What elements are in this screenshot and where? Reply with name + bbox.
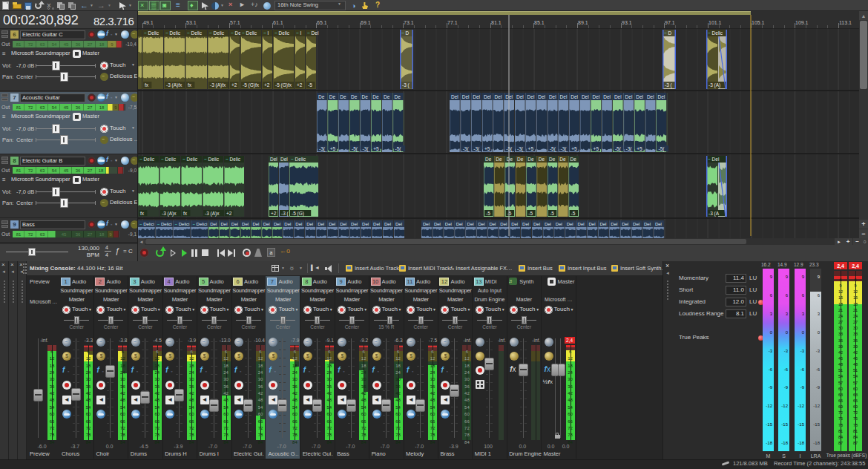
- svg-text:De: De: [517, 157, 524, 162]
- svg-text:-3 (A)fx: -3 (A)fx: [166, 82, 183, 88]
- svg-text:Del: Del: [284, 222, 291, 226]
- svg-text:+2: +2: [264, 82, 270, 88]
- svg-text:Del: Del: [318, 222, 324, 226]
- svg-text:-3(: -3(: [626, 146, 633, 152]
- svg-text:De: De: [395, 94, 401, 99]
- svg-text:-5: -5: [486, 211, 490, 216]
- svg-text:-3(: -3(: [463, 146, 470, 152]
- svg-text:~ I: ~ I: [296, 30, 302, 36]
- svg-text:+5: +5: [594, 146, 599, 151]
- svg-text:Del: Del: [599, 222, 606, 226]
- svg-text:~ Delic: ~ Delic: [161, 157, 177, 162]
- svg-text:Del: Del: [351, 222, 358, 226]
- svg-text:+5: +5: [528, 146, 534, 151]
- svg-text:-3 (A: -3 (A: [708, 211, 720, 217]
- svg-text:Del: Del: [384, 222, 391, 226]
- svg-text:Del: Del: [658, 94, 665, 99]
- svg-text:Del: Del: [614, 94, 622, 99]
- svg-text:Del: Del: [625, 94, 633, 99]
- svg-text:Del: Del: [423, 222, 430, 226]
- svg-text:Del: Del: [373, 222, 380, 226]
- svg-text:Del: Del: [545, 222, 551, 226]
- svg-text:~ Del: ~ Del: [307, 30, 319, 36]
- svg-text:De: De: [527, 157, 534, 162]
- svg-text:Del: Del: [511, 222, 518, 226]
- svg-text:Del: Del: [633, 222, 640, 226]
- svg-text:Del: Del: [329, 222, 335, 226]
- svg-text:fx: fx: [140, 211, 145, 216]
- svg-text:-5(: -5(: [352, 146, 358, 152]
- svg-text:Del: Del: [611, 222, 617, 226]
- svg-text:De: De: [549, 157, 556, 162]
- svg-text:~ Delici: ~ Delici: [192, 222, 207, 226]
- svg-text:~ Delici: ~ Delici: [175, 222, 190, 226]
- svg-text:-5: -5: [571, 211, 576, 216]
- svg-text:-5(: -5(: [615, 146, 622, 152]
- svg-text:~ Delic: ~ Delic: [144, 30, 160, 36]
- svg-text:-3 (: -3 (: [281, 211, 289, 217]
- svg-text:~ Delic: ~ Delic: [291, 157, 306, 162]
- svg-text:Del: Del: [242, 222, 249, 226]
- svg-text:-5(: -5(: [395, 146, 402, 152]
- svg-text:+5: +5: [484, 146, 490, 151]
- svg-text:De: De: [329, 94, 336, 99]
- svg-text:Del: Del: [582, 94, 589, 99]
- svg-text:-5: -5: [507, 211, 512, 216]
- svg-text:Del: Del: [295, 222, 302, 226]
- svg-text:~ Delic: ~ Delic: [242, 30, 257, 36]
- svg-text:Del: Del: [560, 94, 568, 99]
- svg-text:Del: Del: [231, 222, 238, 226]
- svg-text:Del: Del: [340, 222, 346, 226]
- svg-text:De: De: [384, 94, 390, 99]
- svg-text:-5(: -5(: [659, 146, 665, 152]
- svg-text:-5: -5: [528, 211, 533, 216]
- svg-text:-3(: -3(: [517, 146, 524, 152]
- svg-text:Del: Del: [567, 222, 573, 226]
- svg-text:+2: +2: [297, 82, 303, 88]
- svg-text:Del: Del: [622, 222, 628, 226]
- svg-text:~ Delic: ~ Delic: [226, 157, 241, 162]
- svg-text:Del: Del: [571, 94, 578, 99]
- svg-text:~ Delici: ~ Delici: [157, 222, 172, 226]
- svg-text:Del: Del: [516, 94, 524, 99]
- svg-text:~ Delic: ~ Delic: [187, 30, 203, 36]
- svg-text:Del: Del: [473, 94, 480, 99]
- svg-text:+2: +2: [226, 211, 232, 216]
- svg-text:De: De: [496, 157, 502, 162]
- svg-text:Del: Del: [522, 222, 529, 226]
- svg-text:Del: Del: [221, 222, 228, 226]
- svg-text:-3 (A): -3 (A): [708, 82, 720, 88]
- svg-text:Del: Del: [270, 157, 277, 162]
- svg-text:Del: Del: [467, 222, 474, 226]
- svg-text:~ Delic: ~ Delic: [139, 157, 155, 162]
- svg-text:De: De: [351, 94, 358, 99]
- svg-text:-3(: -3(: [363, 146, 369, 152]
- svg-text:-3 (A)x: -3 (A)x: [162, 211, 177, 217]
- svg-text:+2: +2: [271, 211, 277, 216]
- svg-text:Del: Del: [395, 222, 402, 226]
- svg-text:Del: Del: [252, 222, 259, 226]
- svg-text:Del: Del: [445, 222, 452, 226]
- svg-text:Del: Del: [434, 222, 441, 226]
- svg-text:~ Del: ~ Del: [708, 157, 720, 162]
- svg-text:Del: Del: [644, 222, 651, 226]
- svg-text:Del: Del: [556, 222, 562, 226]
- svg-text:De: De: [318, 94, 325, 99]
- svg-text:Del: Del: [210, 222, 217, 226]
- svg-text:-5(: -5(: [506, 146, 513, 152]
- svg-text:-3(: -3(: [561, 146, 568, 152]
- svg-text:Del: Del: [451, 94, 458, 99]
- svg-text:~ Delici: ~ Delici: [139, 222, 154, 226]
- svg-text:Del: Del: [362, 222, 369, 226]
- svg-text:~ Delic: ~ Delic: [209, 30, 225, 36]
- svg-text:Del: Del: [462, 94, 470, 99]
- svg-text:~ Delic: ~ Delic: [204, 157, 220, 162]
- svg-text:+5: +5: [330, 146, 336, 151]
- svg-text:Del: Del: [306, 222, 313, 226]
- svg-text:Del: Del: [603, 94, 611, 99]
- svg-text:De: De: [571, 157, 577, 162]
- svg-text:~ Delic: ~ Delic: [274, 30, 290, 36]
- svg-text:-3 (A)x: -3 (A)x: [205, 211, 220, 217]
- svg-text:fx: fx: [145, 82, 149, 88]
- svg-text:De: De: [485, 157, 492, 162]
